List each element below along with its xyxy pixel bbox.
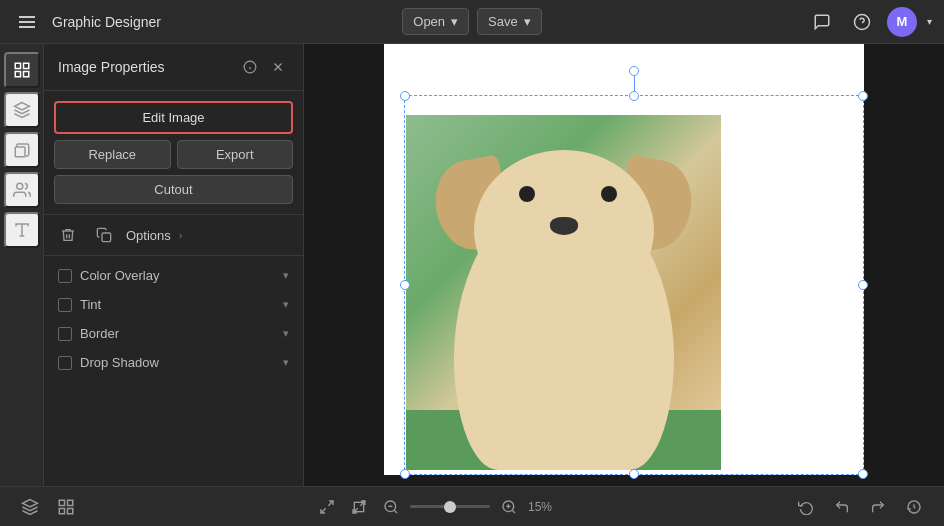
drop-shadow-chevron-icon: ▾	[283, 356, 289, 369]
panel-options: Color Overlay ▾ Tint ▾ Border ▾	[44, 256, 303, 382]
save-button[interactable]: Save ▾	[477, 8, 542, 35]
panel-header-icons	[239, 56, 289, 78]
topbar: Graphic Designer Open ▾ Save ▾ M ▾	[0, 0, 944, 44]
svg-marker-6	[14, 103, 29, 111]
chat-icon	[813, 13, 831, 31]
tint-label: Tint	[80, 297, 101, 312]
duplicate-button[interactable]	[90, 221, 118, 249]
sidebar-item-shapes[interactable]	[4, 132, 40, 168]
panel-toolbar: Options ›	[44, 214, 303, 256]
help-button[interactable]	[847, 7, 877, 37]
dog-image[interactable]	[406, 115, 721, 470]
avatar-chevron-icon[interactable]: ▾	[927, 16, 932, 27]
help-icon	[853, 13, 871, 31]
grid-panel-button[interactable]	[52, 493, 80, 521]
edit-image-button[interactable]: Edit Image	[54, 101, 293, 134]
chat-button[interactable]	[807, 7, 837, 37]
redo-button[interactable]	[864, 493, 892, 521]
svg-point-8	[16, 183, 22, 189]
svg-rect-16	[102, 233, 111, 242]
layers-panel-button[interactable]	[16, 493, 44, 521]
svg-line-31	[512, 510, 515, 513]
handle-bottom-right[interactable]	[858, 469, 868, 479]
open-label: Open	[413, 14, 445, 29]
main-area: Image Properties Edit Image	[0, 44, 944, 486]
info-icon	[243, 60, 257, 74]
zoom-value: 15%	[528, 500, 558, 514]
svg-rect-18	[59, 500, 64, 505]
panel-header: Image Properties	[44, 44, 303, 91]
rotation-handle[interactable]	[629, 66, 639, 96]
handle-top-right[interactable]	[858, 91, 868, 101]
close-icon	[271, 60, 285, 74]
panel-info-button[interactable]	[239, 56, 261, 78]
text-icon	[13, 221, 31, 239]
history-button[interactable]	[900, 493, 928, 521]
export-button[interactable]: Export	[177, 140, 294, 169]
color-overlay-checkbox[interactable]	[58, 269, 72, 283]
topbar-right: M ▾	[542, 7, 932, 37]
canvas-background	[384, 44, 864, 475]
avatar[interactable]: M	[887, 7, 917, 37]
fit-screen-button[interactable]	[314, 494, 340, 520]
dog-eye-right	[601, 186, 617, 202]
options-row[interactable]: Options ›	[126, 228, 293, 243]
open-chevron-icon: ▾	[451, 14, 458, 29]
delete-button[interactable]	[54, 221, 82, 249]
topbar-left: Graphic Designer	[12, 7, 402, 37]
color-overlay-chevron-icon: ▾	[283, 269, 289, 282]
sidebar-item-grid[interactable]	[4, 52, 40, 88]
drop-shadow-row[interactable]: Drop Shadow ▾	[54, 349, 293, 376]
bottom-left-tools	[16, 493, 80, 521]
drop-shadow-label: Drop Shadow	[80, 355, 159, 370]
svg-rect-20	[68, 508, 73, 513]
undo-button[interactable]	[828, 493, 856, 521]
svg-line-23	[321, 508, 326, 513]
replace-button[interactable]: Replace	[54, 140, 171, 169]
zoom-in-button[interactable]	[496, 494, 522, 520]
canvas-area[interactable]	[304, 44, 944, 486]
sidebar-item-people[interactable]	[4, 172, 40, 208]
sidebar-item-layers[interactable]	[4, 92, 40, 128]
handle-top-left[interactable]	[400, 91, 410, 101]
panel-body: Edit Image Replace Export Cutout	[44, 91, 303, 214]
options-label: Options	[126, 228, 171, 243]
hamburger-icon	[19, 16, 35, 28]
open-button[interactable]: Open ▾	[402, 8, 469, 35]
handle-top-middle[interactable]	[629, 91, 639, 101]
handle-bottom-left[interactable]	[400, 469, 410, 479]
copy-icon	[96, 227, 112, 243]
svg-line-28	[394, 510, 397, 513]
people-icon	[13, 181, 31, 199]
zoom-slider-thumb	[444, 501, 456, 513]
tint-left: Tint	[58, 297, 101, 312]
border-chevron-icon: ▾	[283, 327, 289, 340]
svg-rect-21	[59, 508, 64, 513]
border-left: Border	[58, 326, 119, 341]
svg-rect-4	[23, 72, 28, 77]
svg-rect-5	[15, 72, 20, 77]
tint-checkbox[interactable]	[58, 298, 72, 312]
svg-rect-7	[15, 147, 25, 157]
panel-close-button[interactable]	[267, 56, 289, 78]
cutout-button[interactable]: Cutout	[54, 175, 293, 204]
handle-middle-right[interactable]	[858, 280, 868, 290]
tint-row[interactable]: Tint ▾	[54, 291, 293, 318]
sidebar-item-text[interactable]	[4, 212, 40, 248]
svg-rect-3	[23, 63, 28, 68]
border-row[interactable]: Border ▾	[54, 320, 293, 347]
handle-bottom-middle[interactable]	[629, 469, 639, 479]
bottom-right-tools	[792, 493, 928, 521]
redo-icon	[870, 499, 886, 515]
hamburger-menu-button[interactable]	[12, 7, 42, 37]
drop-shadow-checkbox[interactable]	[58, 356, 72, 370]
zoom-slider[interactable]	[410, 505, 490, 508]
grid-icon	[13, 61, 31, 79]
color-overlay-row[interactable]: Color Overlay ▾	[54, 262, 293, 289]
color-overlay-label: Color Overlay	[80, 268, 159, 283]
zoom-out-button[interactable]	[378, 494, 404, 520]
color-overlay-left: Color Overlay	[58, 268, 159, 283]
border-checkbox[interactable]	[58, 327, 72, 341]
crop-button[interactable]	[346, 494, 372, 520]
refresh-button[interactable]	[792, 493, 820, 521]
